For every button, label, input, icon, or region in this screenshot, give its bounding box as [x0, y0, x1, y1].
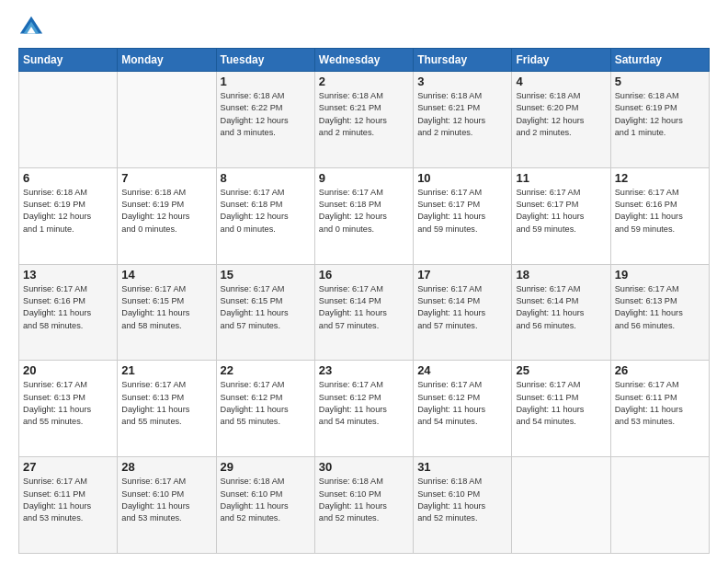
logo-icon [18, 15, 44, 40]
calendar-cell: 8Sunrise: 6:17 AM Sunset: 6:18 PM Daylig… [216, 167, 314, 264]
calendar-cell: 10Sunrise: 6:17 AM Sunset: 6:17 PM Dayli… [414, 167, 512, 264]
day-info: Sunrise: 6:17 AM Sunset: 6:13 PM Dayligh… [23, 379, 113, 428]
day-number: 27 [23, 460, 113, 474]
calendar-cell: 26Sunrise: 6:17 AM Sunset: 6:11 PM Dayli… [610, 361, 709, 457]
day-info: Sunrise: 6:17 AM Sunset: 6:12 PM Dayligh… [417, 379, 507, 428]
day-number: 31 [417, 460, 507, 474]
calendar-cell: 6Sunrise: 6:18 AM Sunset: 6:19 PM Daylig… [19, 167, 118, 264]
day-info: Sunrise: 6:18 AM Sunset: 6:21 PM Dayligh… [417, 90, 507, 139]
day-number: 7 [121, 171, 211, 185]
calendar-cell: 20Sunrise: 6:17 AM Sunset: 6:13 PM Dayli… [19, 361, 118, 457]
day-info: Sunrise: 6:18 AM Sunset: 6:10 PM Dayligh… [417, 476, 507, 524]
calendar-cell: 14Sunrise: 6:17 AM Sunset: 6:15 PM Dayli… [118, 264, 216, 361]
day-number: 2 [319, 75, 409, 88]
calendar-cell: 21Sunrise: 6:17 AM Sunset: 6:13 PM Dayli… [118, 361, 216, 457]
day-info: Sunrise: 6:17 AM Sunset: 6:18 PM Dayligh… [221, 187, 311, 236]
day-header-thursday: Thursday [414, 49, 512, 72]
day-number: 19 [615, 268, 705, 282]
day-number: 4 [516, 75, 606, 88]
calendar-cell: 31Sunrise: 6:18 AM Sunset: 6:10 PM Dayli… [414, 457, 512, 554]
calendar-week-2: 6Sunrise: 6:18 AM Sunset: 6:19 PM Daylig… [19, 167, 710, 264]
calendar-cell: 30Sunrise: 6:18 AM Sunset: 6:10 PM Dayli… [314, 457, 413, 554]
day-number: 6 [23, 171, 113, 185]
day-info: Sunrise: 6:17 AM Sunset: 6:17 PM Dayligh… [516, 187, 606, 236]
day-number: 29 [221, 460, 311, 474]
calendar-cell: 7Sunrise: 6:18 AM Sunset: 6:19 PM Daylig… [118, 167, 216, 264]
day-number: 5 [615, 75, 705, 88]
day-number: 15 [221, 268, 311, 282]
day-info: Sunrise: 6:18 AM Sunset: 6:20 PM Dayligh… [516, 90, 606, 139]
day-info: Sunrise: 6:17 AM Sunset: 6:14 PM Dayligh… [516, 283, 606, 332]
day-number: 9 [319, 171, 409, 185]
day-number: 28 [121, 460, 211, 474]
day-info: Sunrise: 6:17 AM Sunset: 6:16 PM Dayligh… [615, 187, 705, 236]
day-number: 25 [516, 363, 606, 377]
day-info: Sunrise: 6:17 AM Sunset: 6:15 PM Dayligh… [121, 283, 211, 332]
calendar-cell: 16Sunrise: 6:17 AM Sunset: 6:14 PM Dayli… [314, 264, 413, 361]
calendar-cell: 15Sunrise: 6:17 AM Sunset: 6:15 PM Dayli… [216, 264, 314, 361]
calendar-cell: 24Sunrise: 6:17 AM Sunset: 6:12 PM Dayli… [414, 361, 512, 457]
calendar-cell: 5Sunrise: 6:18 AM Sunset: 6:19 PM Daylig… [610, 72, 709, 168]
calendar-cell [512, 457, 610, 554]
logo [18, 15, 48, 40]
calendar-table: SundayMondayTuesdayWednesdayThursdayFrid… [18, 48, 710, 554]
day-header-sunday: Sunday [19, 49, 118, 72]
day-number: 13 [23, 268, 113, 282]
day-number: 10 [417, 171, 507, 185]
day-number: 23 [319, 363, 409, 377]
calendar-cell: 23Sunrise: 6:17 AM Sunset: 6:12 PM Dayli… [314, 361, 413, 457]
day-header-tuesday: Tuesday [216, 49, 314, 72]
page: SundayMondayTuesdayWednesdayThursdayFrid… [0, 0, 728, 563]
day-info: Sunrise: 6:17 AM Sunset: 6:14 PM Dayligh… [417, 283, 507, 332]
calendar-week-3: 13Sunrise: 6:17 AM Sunset: 6:16 PM Dayli… [19, 264, 710, 361]
day-header-monday: Monday [118, 49, 216, 72]
day-info: Sunrise: 6:17 AM Sunset: 6:13 PM Dayligh… [615, 283, 705, 332]
day-info: Sunrise: 6:18 AM Sunset: 6:19 PM Dayligh… [121, 187, 211, 236]
header [18, 15, 710, 40]
day-info: Sunrise: 6:18 AM Sunset: 6:19 PM Dayligh… [23, 187, 113, 236]
day-info: Sunrise: 6:17 AM Sunset: 6:11 PM Dayligh… [23, 476, 113, 524]
calendar-cell: 12Sunrise: 6:17 AM Sunset: 6:16 PM Dayli… [610, 167, 709, 264]
day-number: 18 [516, 268, 606, 282]
calendar-cell: 4Sunrise: 6:18 AM Sunset: 6:20 PM Daylig… [512, 72, 610, 168]
calendar-cell: 13Sunrise: 6:17 AM Sunset: 6:16 PM Dayli… [19, 264, 118, 361]
day-info: Sunrise: 6:17 AM Sunset: 6:14 PM Dayligh… [319, 283, 409, 332]
day-header-saturday: Saturday [610, 49, 709, 72]
day-number: 14 [121, 268, 211, 282]
day-number: 21 [121, 363, 211, 377]
day-info: Sunrise: 6:17 AM Sunset: 6:11 PM Dayligh… [615, 379, 705, 428]
day-number: 22 [221, 363, 311, 377]
calendar-cell: 19Sunrise: 6:17 AM Sunset: 6:13 PM Dayli… [610, 264, 709, 361]
day-info: Sunrise: 6:18 AM Sunset: 6:10 PM Dayligh… [221, 476, 311, 524]
calendar-cell [118, 72, 216, 168]
day-info: Sunrise: 6:17 AM Sunset: 6:16 PM Dayligh… [23, 283, 113, 332]
calendar-week-1: 1Sunrise: 6:18 AM Sunset: 6:22 PM Daylig… [19, 72, 710, 168]
day-number: 30 [319, 460, 409, 474]
calendar-cell: 1Sunrise: 6:18 AM Sunset: 6:22 PM Daylig… [216, 72, 314, 168]
day-info: Sunrise: 6:17 AM Sunset: 6:17 PM Dayligh… [417, 187, 507, 236]
calendar-week-5: 27Sunrise: 6:17 AM Sunset: 6:11 PM Dayli… [19, 457, 710, 554]
day-number: 20 [23, 363, 113, 377]
day-info: Sunrise: 6:18 AM Sunset: 6:21 PM Dayligh… [319, 90, 409, 139]
day-number: 8 [221, 171, 311, 185]
day-number: 12 [615, 171, 705, 185]
day-number: 17 [417, 268, 507, 282]
calendar-cell: 29Sunrise: 6:18 AM Sunset: 6:10 PM Dayli… [216, 457, 314, 554]
day-number: 24 [417, 363, 507, 377]
calendar-cell: 9Sunrise: 6:17 AM Sunset: 6:18 PM Daylig… [314, 167, 413, 264]
calendar-cell: 17Sunrise: 6:17 AM Sunset: 6:14 PM Dayli… [414, 264, 512, 361]
calendar-week-4: 20Sunrise: 6:17 AM Sunset: 6:13 PM Dayli… [19, 361, 710, 457]
day-info: Sunrise: 6:17 AM Sunset: 6:10 PM Dayligh… [121, 476, 211, 524]
day-info: Sunrise: 6:17 AM Sunset: 6:12 PM Dayligh… [221, 379, 311, 428]
day-number: 16 [319, 268, 409, 282]
day-info: Sunrise: 6:18 AM Sunset: 6:19 PM Dayligh… [615, 90, 705, 139]
day-info: Sunrise: 6:17 AM Sunset: 6:11 PM Dayligh… [516, 379, 606, 428]
day-info: Sunrise: 6:17 AM Sunset: 6:15 PM Dayligh… [221, 283, 311, 332]
calendar-cell: 3Sunrise: 6:18 AM Sunset: 6:21 PM Daylig… [414, 72, 512, 168]
calendar-cell [610, 457, 709, 554]
day-number: 11 [516, 171, 606, 185]
day-header-wednesday: Wednesday [314, 49, 413, 72]
day-info: Sunrise: 6:18 AM Sunset: 6:10 PM Dayligh… [319, 476, 409, 524]
day-number: 3 [417, 75, 507, 88]
calendar-cell: 25Sunrise: 6:17 AM Sunset: 6:11 PM Dayli… [512, 361, 610, 457]
